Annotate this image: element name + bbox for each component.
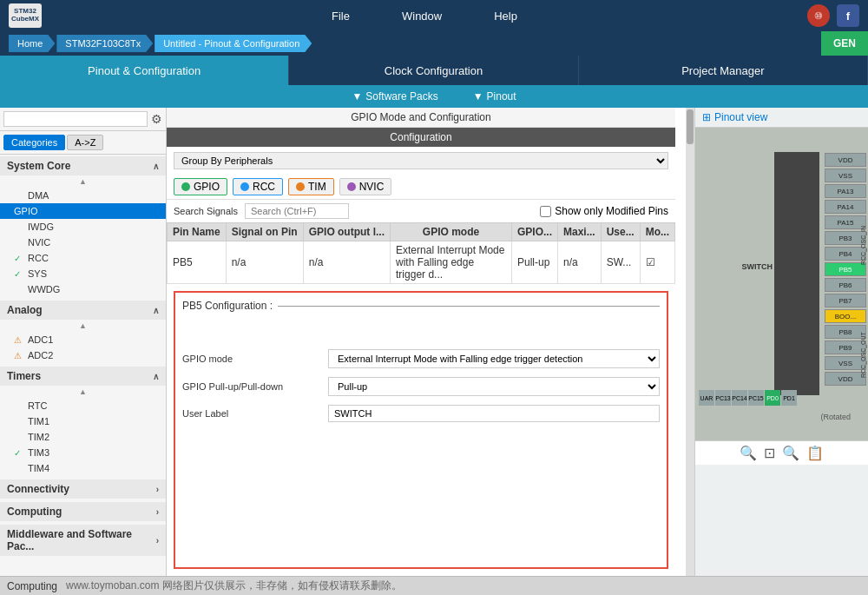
sidebar-item-rcc[interactable]: RCC (0, 250, 166, 266)
sidebar-section-connectivity: Connectivity › (0, 478, 166, 500)
gpio-mode-row: GPIO mode External Interrupt Mode with F… (182, 345, 660, 373)
filter-gpio-btn[interactable]: GPIO (174, 178, 227, 195)
sidebar-item-tim2[interactable]: TIM2 (0, 429, 166, 445)
filter-tim-btn[interactable]: TIM (288, 178, 334, 195)
gpio-table-container: Pin Name Signal on Pin GPIO output l... … (167, 222, 675, 284)
scrollbar[interactable] (686, 108, 694, 576)
table-row[interactable]: PB5 n/a n/a External Interrupt Mode with… (168, 241, 675, 284)
sidebar-section-header-computing[interactable]: Computing › (0, 502, 166, 521)
filter-rcc-btn[interactable]: RCC (233, 178, 283, 195)
pin-pc13: PC13 (715, 390, 731, 406)
show-modified-label: Show only Modified Pins (555, 205, 668, 217)
facebook-icon[interactable]: f (837, 4, 859, 27)
user-label-input[interactable] (328, 405, 660, 422)
pinout-view-button[interactable]: ⊞ Pinout view (695, 108, 868, 128)
update-icon[interactable]: ⑩ (807, 4, 830, 27)
watermark-text: www.toymoban.com 网络图片仅供展示，非存储，如有侵权请联系删除。 (66, 578, 402, 593)
sidebar-section-header-system-core[interactable]: System Core ∧ (0, 156, 166, 175)
pin-pc15: PC15 (748, 390, 764, 406)
sidebar-tabs: Categories A->Z (0, 131, 166, 155)
export-icon[interactable]: 📋 (806, 445, 824, 461)
sidebar-tab-az[interactable]: A->Z (67, 135, 103, 150)
sidebar-item-adc1[interactable]: ADC1 (0, 332, 166, 347)
menu-file[interactable]: File (332, 10, 350, 23)
sub-tab-pinout[interactable]: ▼ Pinout (473, 90, 516, 102)
sidebar-item-iwdg[interactable]: IWDG (0, 219, 166, 235)
sidebar-item-gpio[interactable]: GPIO (0, 203, 166, 219)
zoom-out-icon[interactable]: 🔍 (782, 445, 799, 461)
sidebar-section-header-connectivity[interactable]: Connectivity › (0, 479, 166, 499)
main-tab-bar: Pinout & Configuration Clock Configurati… (0, 56, 868, 85)
filter-rcc-label: RCC (253, 181, 275, 193)
gpio-mode-select[interactable]: External Interrupt Mode with Falling edg… (328, 349, 660, 368)
sidebar-section-header-analog[interactable]: Analog ∧ (0, 301, 166, 320)
menu-window[interactable]: Window (402, 10, 442, 23)
pin-pd0: PD0 (765, 390, 780, 406)
show-modified-checkbox[interactable] (540, 206, 551, 217)
breadcrumb-current[interactable]: Untitled - Pinout & Configuration (155, 35, 312, 52)
timers-label: Timers (7, 370, 41, 382)
sidebar-item-nvic[interactable]: NVIC (0, 235, 166, 250)
gpio-pull-label: GPIO Pull-up/Pull-down (182, 381, 321, 392)
timers-up-arrow: ▲ (0, 386, 166, 398)
sidebar-section-system-core: System Core ∧ ▲ DMA GPIO IWDG NVIC RCC S… (0, 155, 166, 299)
analog-label: Analog (7, 304, 43, 316)
gen-button[interactable]: GEN (821, 31, 868, 56)
analog-up-arrow: ▲ (0, 320, 166, 332)
rcc-osc-out-label: RCC_OSC_OUT (860, 265, 866, 378)
main-content: ⚙ Categories A->Z System Core ∧ ▲ DMA GP… (0, 108, 868, 576)
sidebar-item-tim4[interactable]: TIM4 (0, 460, 166, 476)
th-gpio-col7[interactable]: Use... (601, 223, 640, 241)
stm32-logo: STM32CubeMX (9, 3, 42, 28)
sidebar-item-tim3[interactable]: TIM3 (0, 445, 166, 460)
sidebar-item-sys[interactable]: SYS (0, 266, 166, 281)
sidebar-section-header-timers[interactable]: Timers ∧ (0, 367, 166, 386)
th-gpio-output[interactable]: GPIO output l... (303, 223, 390, 241)
tab-project-manager[interactable]: Project Manager (579, 56, 868, 85)
pin-visualization: VDD VSS PA13 PA14 PA15 PB3 PB4 PB5 PB6 P… (695, 128, 868, 440)
th-pin-name[interactable]: Pin Name (168, 223, 227, 241)
th-gpio-col5[interactable]: GPIO... (511, 223, 557, 241)
sidebar-item-wwdg[interactable]: WWDG (0, 281, 166, 297)
th-signal-on-pin[interactable]: Signal on Pin (226, 223, 303, 241)
system-core-up-arrow: ▲ (0, 175, 166, 188)
fit-screen-icon[interactable]: ⊡ (764, 445, 775, 461)
show-modified-check[interactable]: Show only Modified Pins (540, 205, 668, 217)
breadcrumb-home[interactable]: Home (9, 35, 55, 52)
th-gpio-col8[interactable]: Mo... (640, 223, 674, 241)
sidebar-section-header-middleware[interactable]: Middleware and Software Pac... › (0, 525, 166, 556)
sidebar-item-tim1[interactable]: TIM1 (0, 413, 166, 429)
gpio-pull-select[interactable]: Pull-up (328, 377, 660, 396)
tab-pinout-configuration[interactable]: Pinout & Configuration (0, 56, 289, 85)
th-gpio-col6[interactable]: Maxi... (557, 223, 601, 241)
pinout-view-icon: ⊞ (702, 111, 711, 123)
signal-search-label: Search Signals (174, 206, 238, 216)
top-bar: STM32CubeMX File Window Help ⑩ f (0, 0, 868, 31)
tab-clock-configuration[interactable]: Clock Configuration (289, 56, 578, 85)
config-title-text: PB5 Configuration : (182, 300, 273, 312)
sidebar-search-input[interactable] (3, 111, 148, 127)
chip-body (774, 152, 819, 395)
rcc-dot-icon (240, 182, 249, 191)
menu-help[interactable]: Help (494, 10, 517, 23)
zoom-in-icon[interactable]: 🔍 (740, 445, 757, 461)
sidebar-item-rtc[interactable]: RTC (0, 398, 166, 413)
switch-label: SWITCH (742, 262, 773, 271)
gpio-pull-row: GPIO Pull-up/Pull-down Pull-up (182, 373, 660, 400)
pinout-view-label: Pinout view (714, 111, 767, 123)
signal-search-input[interactable] (245, 203, 349, 219)
computing-expand-icon: › (156, 507, 159, 517)
system-core-expand-icon: ∧ (153, 162, 159, 171)
sidebar-tab-categories[interactable]: Categories (3, 135, 65, 150)
sub-tab-software-packs[interactable]: ▼ Software Packs (352, 90, 437, 102)
settings-icon[interactable]: ⚙ (151, 112, 162, 126)
nvic-dot-icon (347, 182, 356, 191)
sidebar-section-analog: Analog ∧ ▲ ADC1 ADC2 (0, 299, 166, 365)
th-gpio-mode[interactable]: GPIO mode (391, 223, 512, 241)
group-by-select[interactable]: Group By Peripherals (174, 152, 668, 169)
sidebar-item-dma[interactable]: DMA (0, 188, 166, 203)
sidebar-item-adc2[interactable]: ADC2 (0, 347, 166, 363)
gpio-mode-label: GPIO mode (182, 354, 321, 364)
filter-nvic-btn[interactable]: NVIC (339, 178, 392, 195)
breadcrumb-device[interactable]: STM32F103C8Tx (56, 35, 153, 52)
